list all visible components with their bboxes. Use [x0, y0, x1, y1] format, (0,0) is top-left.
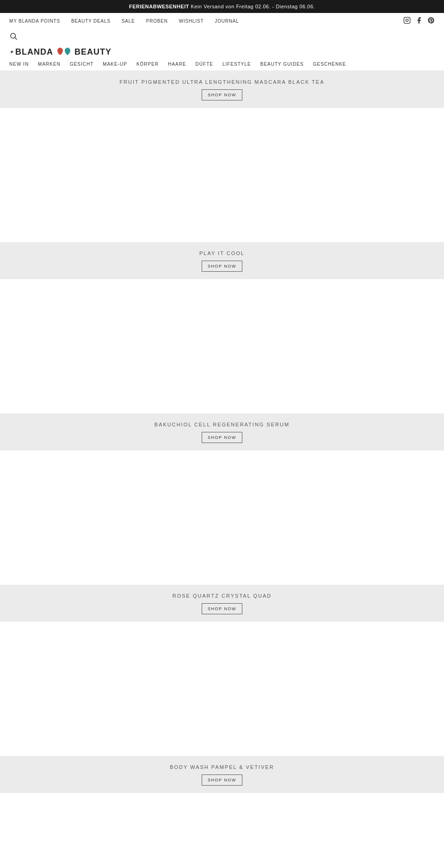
logo-blanda: BLANDA — [15, 47, 53, 57]
nav-beauty-deals[interactable]: BEAUTY DEALS — [71, 19, 111, 24]
logo-area: ✦ BLANDA BEAUTY — [0, 43, 444, 59]
search-button[interactable] — [9, 32, 435, 40]
promo-image-5 — [0, 793, 444, 868]
shop-now-button-3[interactable]: ShoP Now — [202, 432, 242, 443]
pinterest-icon[interactable] — [427, 17, 435, 25]
nav-gesicht[interactable]: GESICHT — [70, 62, 93, 67]
nav-geschenke[interactable]: GESCHENKE — [313, 62, 346, 67]
promo-image-3 — [0, 450, 444, 585]
nav-dufte[interactable]: DÜFTE — [196, 62, 213, 67]
shop-now-button-4[interactable]: ShoP Now — [202, 603, 242, 614]
promo-image-1 — [0, 108, 444, 242]
promo-section-2: PLAY IT COOL ShoP Now — [0, 242, 444, 279]
nav-proben[interactable]: PROBEN — [146, 19, 168, 24]
secondary-nav: MY BLANDA POINTS BEAUTY DEALS SALE PROBE… — [0, 13, 444, 29]
svg-point-1 — [406, 19, 408, 21]
promo-title-2: PLAY IT COOL — [0, 250, 444, 256]
promo-title-1: FRUIT PIGMENTED ULTRA LENGTHENING MASCAR… — [0, 79, 444, 85]
promo-image-2 — [0, 279, 444, 413]
promo-section-5: BODY WASH PAMPEL & VETIVER ShoP Now — [0, 756, 444, 793]
announcement-text: Kein Versand von Freitag 02.06. - Dienst… — [191, 4, 315, 9]
svg-line-4 — [15, 37, 17, 39]
promo-section-4: ROSE QUARTZ CRYSTAL QUAD ShoP Now — [0, 585, 444, 622]
promo-title-3: BAKUCHIOL CELL REGENERATING SERUM — [0, 422, 444, 427]
svg-point-2 — [408, 19, 409, 19]
announcement-bar: FERIENABWESENHEIT Kein Versand von Freit… — [0, 0, 444, 13]
nav-wishlist[interactable]: WISHLIST — [179, 19, 204, 24]
nav-marken[interactable]: MARKEN — [38, 62, 61, 67]
search-icon — [9, 32, 18, 40]
shop-now-button-1[interactable]: ShoP Now — [202, 89, 242, 100]
nav-beauty-guides[interactable]: BEAUTY GUIDES — [260, 62, 304, 67]
nav-korper[interactable]: KÖRPER — [136, 62, 159, 67]
logo-beauty: BEAUTY — [74, 47, 111, 57]
logo-hearts-svg — [56, 47, 71, 57]
facebook-icon[interactable] — [415, 17, 423, 25]
svg-point-3 — [11, 33, 16, 38]
instagram-icon[interactable] — [403, 17, 411, 25]
search-bar — [0, 29, 444, 43]
logo-icon-prefix: ✦ — [9, 49, 13, 55]
shop-now-button-2[interactable]: ShoP Now — [202, 261, 242, 272]
nav-haare[interactable]: HAARE — [168, 62, 186, 67]
promo-image-4 — [0, 622, 444, 756]
promo-title-5: BODY WASH PAMPEL & VETIVER — [0, 764, 444, 770]
svg-rect-0 — [404, 17, 410, 23]
nav-lifestyle[interactable]: LIFESTYLE — [222, 62, 251, 67]
promo-section-3: BAKUCHIOL CELL REGENERATING SERUM ShoP N… — [0, 413, 444, 450]
logo[interactable]: ✦ BLANDA BEAUTY — [9, 47, 111, 57]
main-nav: NEW IN MARKEN GESICHT MAKE-UP KÖRPER HAA… — [0, 59, 444, 71]
shop-now-button-5[interactable]: ShoP Now — [202, 774, 242, 786]
promo-section-1: FRUIT PIGMENTED ULTRA LENGTHENING MASCAR… — [0, 71, 444, 108]
logo-hearts — [56, 47, 71, 57]
nav-sale[interactable]: SALE — [122, 19, 135, 24]
nav-new-in[interactable]: NEW IN — [9, 62, 29, 67]
nav-my-blanda-points[interactable]: MY BLANDA POINTS — [9, 19, 60, 24]
announcement-bold: FERIENABWESENHEIT — [129, 4, 189, 9]
social-icons — [403, 17, 435, 25]
nav-make-up[interactable]: MAKE-UP — [103, 62, 127, 67]
nav-journal[interactable]: JOURNAL — [215, 19, 239, 24]
promo-title-4: ROSE QUARTZ CRYSTAL QUAD — [0, 593, 444, 599]
